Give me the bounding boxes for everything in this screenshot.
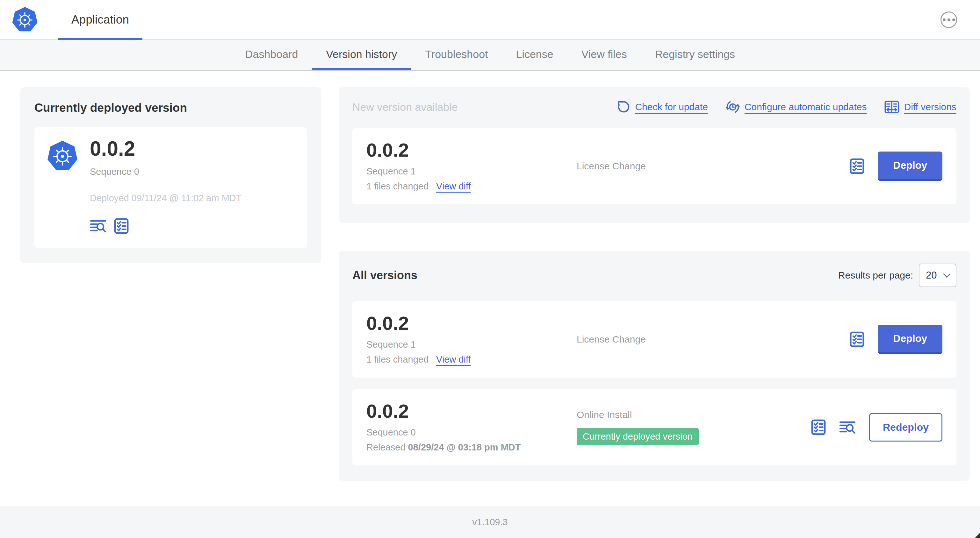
version-actions: Redeploy xyxy=(811,413,942,441)
preflight-checklist-icon[interactable] xyxy=(114,218,129,234)
update-actions: Check for update xyxy=(617,100,956,114)
files-changed-label: 1 files changed xyxy=(366,181,428,192)
version-info: 0.0.2 Sequence 0 Released 08/29/24 @ 03:… xyxy=(366,402,577,453)
version-source-label: License Change xyxy=(577,334,850,345)
version-source-label: Online Install xyxy=(577,409,811,420)
version-actions: Deploy xyxy=(850,325,942,354)
preflight-checklist-icon[interactable] xyxy=(850,332,864,347)
deploy-logs-icon[interactable] xyxy=(839,421,856,433)
ellipsis-icon xyxy=(943,19,955,21)
redeploy-button[interactable]: Redeploy xyxy=(869,413,942,441)
new-version-card: 0.0.2 Sequence 1 1 files changed View di… xyxy=(352,128,956,205)
preflight-checklist-icon[interactable] xyxy=(850,158,864,174)
kubernetes-logo-icon xyxy=(11,6,38,34)
nav-tab-dashboard[interactable]: Dashboard xyxy=(231,40,312,70)
deployed-version-card: 0.0.2 Sequence 0 Deployed 09/11/24 @ 11:… xyxy=(34,127,307,248)
footer: v1.109.3 xyxy=(0,506,980,538)
results-per-page: Results per page: 20 xyxy=(838,263,956,287)
nav-tab-troubleshoot[interactable]: Troubleshoot xyxy=(411,40,502,70)
version-number: 0.0.2 xyxy=(366,141,577,160)
view-diff-link[interactable]: View diff xyxy=(436,181,471,192)
version-history-page: Application Dashboard Version history Tr… xyxy=(0,0,980,538)
sequence-label: Sequence 1 xyxy=(366,166,577,177)
version-row: 0.0.2 Sequence 0 Released 08/29/24 @ 03:… xyxy=(352,389,956,465)
version-info: 0.0.2 Sequence 1 1 files changed View di… xyxy=(366,314,577,365)
nav-tab-registry-settings[interactable]: Registry settings xyxy=(641,40,749,70)
check-for-update-link[interactable]: Check for update xyxy=(617,100,708,114)
version-number: 0.0.2 xyxy=(90,138,242,159)
files-changed-label: 1 files changed xyxy=(366,354,428,365)
app-title: Application xyxy=(72,13,129,26)
all-versions-panel: All versions Results per page: 20 xyxy=(339,251,970,481)
configure-automatic-updates-link[interactable]: Configure automatic updates xyxy=(726,100,867,114)
results-per-page-select[interactable]: 20 xyxy=(919,263,956,287)
console-version-label: v1.109.3 xyxy=(472,517,508,527)
chevron-down-icon xyxy=(943,273,951,278)
refresh-icon xyxy=(617,100,630,114)
deployed-version-details: 0.0.2 Sequence 0 Deployed 09/11/24 @ 11:… xyxy=(90,138,242,234)
more-menu-button[interactable] xyxy=(940,11,957,28)
nav-tab-license[interactable]: License xyxy=(502,40,568,70)
new-version-panel-head: New version available Check for update xyxy=(352,100,956,114)
version-info: 0.0.2 Sequence 1 1 files changed View di… xyxy=(366,141,577,192)
currently-deployed-badge: Currently deployed version xyxy=(577,428,699,445)
nav-tab-version-history[interactable]: Version history xyxy=(312,40,411,70)
app-nav: Dashboard Version history Troubleshoot L… xyxy=(0,40,980,71)
deploy-button[interactable]: Deploy xyxy=(878,152,942,181)
all-versions-title: All versions xyxy=(352,269,417,282)
version-number: 0.0.2 xyxy=(366,402,577,421)
diff-icon xyxy=(885,101,899,113)
sequence-label: Sequence 1 xyxy=(366,340,577,350)
version-number: 0.0.2 xyxy=(366,314,577,333)
preflight-checklist-icon[interactable] xyxy=(811,419,826,435)
currently-deployed-panel: Currently deployed version xyxy=(21,87,321,263)
nav-tab-view-files[interactable]: View files xyxy=(568,40,641,70)
main-content: Currently deployed version xyxy=(0,71,980,484)
all-versions-head: All versions Results per page: 20 xyxy=(352,263,956,287)
top-bar: Application xyxy=(0,0,980,40)
released-timestamp: Released 08/29/24 @ 03:18 pm MDT xyxy=(366,442,577,453)
view-diff-link[interactable]: View diff xyxy=(436,354,471,365)
sequence-label: Sequence 0 xyxy=(90,167,242,177)
version-actions: Deploy xyxy=(850,152,942,181)
deployed-version-actions xyxy=(90,218,242,234)
version-row: 0.0.2 Sequence 1 1 files changed View di… xyxy=(352,301,956,378)
deploy-button[interactable]: Deploy xyxy=(878,325,942,354)
version-source-label: License Change xyxy=(577,161,850,171)
deployed-timestamp: Deployed 09/11/24 @ 11:02 am MDT xyxy=(90,193,242,203)
diff-versions-link[interactable]: Diff versions xyxy=(885,101,956,113)
kubernetes-logo-icon xyxy=(46,140,78,173)
right-column: New version available Check for update xyxy=(339,87,970,481)
version-source-block: Online Install Currently deployed versio… xyxy=(577,409,811,445)
app-tab[interactable]: Application xyxy=(58,0,142,40)
schedule-sync-icon xyxy=(726,100,740,114)
cursor-artifact xyxy=(975,533,980,538)
new-version-title: New version available xyxy=(352,101,458,113)
deploy-logs-icon[interactable] xyxy=(90,220,107,232)
sequence-label: Sequence 0 xyxy=(366,427,577,438)
new-version-panel: New version available Check for update xyxy=(339,87,970,223)
results-per-page-label: Results per page: xyxy=(838,270,913,281)
currently-deployed-title: Currently deployed version xyxy=(34,101,307,114)
